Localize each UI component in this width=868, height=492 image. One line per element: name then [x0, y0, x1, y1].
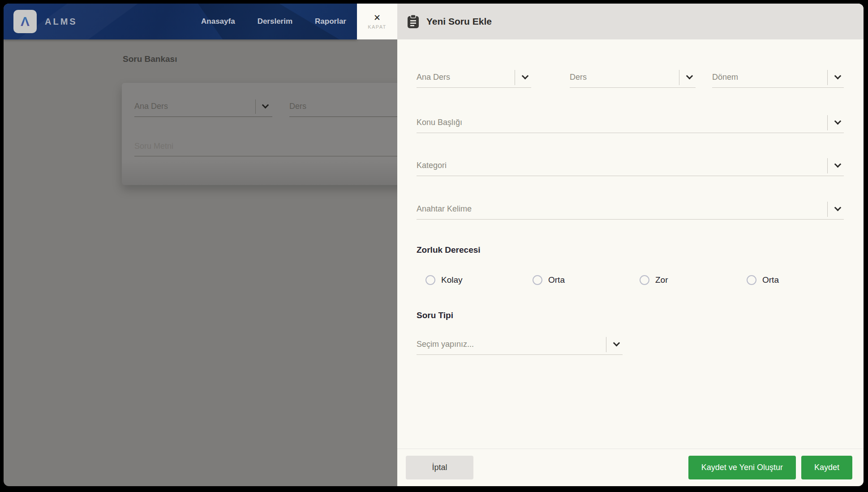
select-divider [827, 158, 828, 173]
select-divider [606, 337, 606, 352]
select-divider [515, 70, 515, 85]
brand-name: ALMS [45, 17, 77, 27]
ana-ders-select[interactable]: Ana Ders [417, 67, 531, 88]
chevron-down-icon [262, 102, 269, 109]
panel-footer: İptal Kaydet ve Yeni Oluştur Kaydet [397, 449, 864, 486]
donem-placeholder: Dönem [712, 73, 827, 82]
konu-basligi-select[interactable]: Konu Başlığı [417, 112, 844, 133]
kategori-select[interactable]: Kategori [417, 155, 844, 176]
question-type-select[interactable]: Seçim yapınız... [417, 334, 623, 355]
radio-label: Zor [655, 275, 668, 285]
ana-ders-placeholder: Ana Ders [417, 73, 515, 82]
close-icon: ✕ [374, 13, 381, 22]
difficulty-heading: Zorluk Derecesi [417, 245, 844, 255]
radio-option-orta-1[interactable]: Orta [533, 275, 640, 285]
bg-ana-ders-select: Ana Ders [134, 96, 272, 117]
radio-option-kolay[interactable]: Kolay [425, 275, 533, 285]
chevron-down-icon [834, 204, 842, 211]
save-and-new-button[interactable]: Kaydet ve Yeni Oluştur [688, 456, 796, 479]
new-question-panel: Yeni Soru Ekle Ana Ders Ders Dönem [397, 4, 864, 486]
chevron-down-icon [834, 73, 842, 80]
bg-soru-metni-placeholder: Soru Metni [134, 142, 173, 151]
alms-logo-icon: Λ [13, 10, 37, 33]
close-label: KAPAT [368, 24, 386, 30]
anahtar-kelime-placeholder: Anahtar Kelime [417, 204, 827, 214]
panel-header: Yeni Soru Ekle [397, 4, 864, 39]
main-navigation: Anasayfa Derslerim Raporlar [201, 4, 346, 39]
page-title: Soru Bankası [123, 54, 177, 64]
close-panel-button[interactable]: ✕ KAPAT [357, 4, 397, 39]
ders-select[interactable]: Ders [570, 67, 696, 88]
donem-select[interactable]: Dönem [712, 67, 844, 88]
nav-item-anasayfa[interactable]: Anasayfa [201, 17, 235, 26]
radio-label: Orta [548, 275, 565, 285]
panel-body: Ana Ders Ders Dönem Konu Başlığı [397, 39, 864, 449]
anahtar-kelime-select[interactable]: Anahtar Kelime [417, 199, 844, 220]
nav-item-derslerim[interactable]: Derslerim [258, 17, 292, 26]
question-type-placeholder: Seçim yapınız... [417, 340, 606, 349]
nav-item-raporlar[interactable]: Raporlar [315, 17, 346, 26]
select-divider [827, 115, 828, 130]
brand-logo[interactable]: Λ ALMS [13, 4, 77, 39]
konu-basligi-placeholder: Konu Başlığı [417, 118, 827, 127]
radio-option-orta-2[interactable]: Orta [747, 275, 854, 285]
ders-placeholder: Ders [570, 73, 679, 82]
select-divider [255, 99, 256, 114]
chevron-down-icon [686, 73, 693, 80]
chevron-down-icon [613, 340, 620, 347]
difficulty-options: Kolay Orta Zor Orta [425, 275, 844, 285]
panel-title: Yeni Soru Ekle [426, 16, 492, 27]
chevron-down-icon [834, 161, 842, 168]
radio-circle-icon[interactable] [425, 275, 435, 285]
radio-label: Orta [762, 275, 779, 285]
cancel-button[interactable]: İptal [406, 456, 473, 479]
radio-label: Kolay [441, 275, 463, 285]
chevron-down-icon [834, 118, 842, 125]
radio-option-zor[interactable]: Zor [640, 275, 747, 285]
save-button[interactable]: Kaydet [801, 456, 852, 479]
radio-circle-icon[interactable] [747, 275, 756, 285]
lambda-glyph: Λ [21, 15, 30, 28]
clipboard-icon [407, 14, 419, 29]
bg-ana-ders-placeholder: Ana Ders [134, 102, 255, 111]
app-window: Λ ALMS Anasayfa Derslerim Raporlar Soru … [4, 4, 864, 486]
footer-actions: Kaydet ve Yeni Oluştur Kaydet [688, 456, 852, 479]
select-divider [679, 70, 679, 85]
select-divider [827, 202, 828, 217]
chevron-down-icon [522, 73, 529, 80]
radio-circle-icon[interactable] [640, 275, 649, 285]
top-navbar: Λ ALMS Anasayfa Derslerim Raporlar [4, 4, 357, 39]
radio-circle-icon[interactable] [533, 275, 542, 285]
kategori-placeholder: Kategori [417, 161, 827, 170]
question-type-heading: Soru Tipi [417, 310, 844, 321]
select-divider [827, 70, 828, 85]
